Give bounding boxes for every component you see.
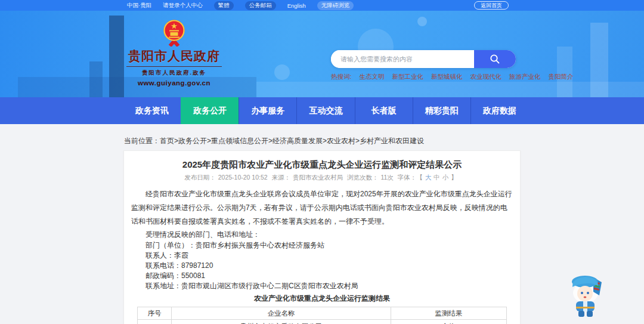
- contact-intro: 受理情况反映的部门、电话和地址：: [131, 229, 513, 240]
- nav-item-zwzx[interactable]: 政务资讯: [123, 97, 181, 124]
- banner-building-decoration: [109, 16, 124, 97]
- banner-building-decoration: [89, 61, 103, 97]
- hot-word-link[interactable]: 贵阳简介: [548, 73, 573, 81]
- breadcrumb: 当前位置：首页>政务公开>重点领域信息公开>经济高质量发展>农业农村>乡村产业和…: [124, 136, 424, 146]
- nav-item-lzb[interactable]: 长者版: [355, 97, 413, 124]
- nav-item-jcgy[interactable]: 精彩贵阳: [413, 97, 470, 124]
- table-row: 1 贵州合力超市采购有限公司 合格: [138, 320, 507, 324]
- top-utility-bar: 中国·贵阳 请登录个人中心 繁體 公务邮箱 English 无障碍浏览 返回首页: [0, 0, 644, 11]
- table-header-no: 序号: [138, 307, 172, 320]
- contact-postcode: 邮政编码：550081: [131, 271, 513, 281]
- font-size-large-button[interactable]: 大: [425, 174, 432, 181]
- font-size-label: 字体：【: [398, 174, 423, 181]
- nav-item-zfsj[interactable]: 政府数据: [470, 97, 528, 124]
- main-navigation: 政务资讯 政务公开 办事服务 互动交流 长者版 精彩贵阳 政府数据: [0, 97, 644, 124]
- search-icon: [490, 54, 500, 64]
- topbar-region-link[interactable]: 中国·贵阳: [127, 2, 151, 10]
- banner-bokeh-decoration: [274, 64, 290, 80]
- banner-bokeh-decoration: [417, 17, 427, 26]
- site-title-divider: [126, 66, 222, 67]
- hot-search-words: 热搜词: 生态文明 新型工业化 新型城镇化 农业现代化 旅游产业化 贵阳简介: [331, 73, 516, 81]
- banner-building-decoration: [590, 23, 608, 97]
- contact-phone: 联系电话：87987120: [131, 261, 513, 271]
- source-value: 贵阳市农业农村局: [293, 174, 343, 181]
- topbar-traditional-link[interactable]: 繁體: [214, 1, 234, 10]
- site-url: www.guiyang.gov.cn: [125, 79, 223, 87]
- article-meta: 发布日期：2025-10-20 10:52 来源：贵阳市农业农村局 浏览次数：1…: [131, 174, 513, 182]
- assistant-mascot-icon[interactable]: [567, 269, 606, 318]
- hot-word-link[interactable]: 新型城镇化: [431, 73, 463, 81]
- back-home-button[interactable]: 返回首页: [474, 1, 509, 10]
- banner-building-decoration: [557, 47, 572, 97]
- table-header-result: 监测结果: [391, 307, 507, 320]
- article-title: 2025年度贵阳市农业产业化市级重点龙头企业运行监测和评定结果公示: [131, 159, 513, 170]
- topbar-mail-link[interactable]: 公务邮箱: [245, 1, 276, 10]
- contact-person: 联系人：李霞: [131, 251, 513, 261]
- publish-date-label: 发布日期：: [184, 174, 216, 181]
- search-box: [331, 50, 516, 68]
- hot-words-label: 热搜词:: [331, 73, 351, 81]
- national-emblem-icon: [162, 18, 186, 47]
- topbar-accessibility-link[interactable]: 无障碍浏览: [317, 1, 354, 10]
- topbar-login-link[interactable]: 请登录个人中心: [163, 2, 203, 10]
- site-title: 贵阳市人民政府: [125, 48, 223, 64]
- nav-item-zwgk-active[interactable]: 政务公开: [181, 97, 239, 124]
- views-label: 浏览次数：: [347, 174, 379, 181]
- search-button[interactable]: [474, 50, 516, 68]
- table-header-name: 企业名称: [172, 307, 391, 320]
- breadcrumb-path[interactable]: 首页>政务公开>重点领域信息公开>经济高质量发展>农业农村>乡村产业和农田建设: [160, 137, 424, 145]
- page-body: 当前位置：首页>政务公开>重点领域信息公开>经济高质量发展>农业农村>乡村产业和…: [0, 124, 644, 324]
- search-input[interactable]: [331, 50, 474, 68]
- site-logo[interactable]: 贵阳市人民政府 贵阳市人民政府.政务 www.guiyang.gov.cn: [125, 18, 223, 87]
- font-size-medium-button[interactable]: 中: [434, 174, 440, 181]
- article-card: 2025年度贵阳市农业产业化市级重点龙头企业运行监测和评定结果公示 发布日期：2…: [123, 150, 521, 324]
- hot-word-link[interactable]: 农业现代化: [470, 73, 501, 81]
- font-size-small-button[interactable]: 小: [442, 174, 449, 181]
- table-caption: 农业产业化市级重点龙头企业运行监测结果: [131, 294, 513, 304]
- row-result: 合格: [391, 320, 507, 324]
- search-area: 热搜词: 生态文明 新型工业化 新型城镇化 农业现代化 旅游产业化 贵阳简介: [331, 50, 516, 81]
- breadcrumb-label: 当前位置：: [124, 137, 160, 145]
- nav-item-hdjl[interactable]: 互动交流: [296, 97, 354, 124]
- topbar-english-link[interactable]: English: [287, 2, 306, 9]
- publish-date: 2025-10-20 10:52: [218, 174, 268, 181]
- banner-skyline-decoration: [256, 82, 644, 97]
- contact-address: 联系地址：贵阳市观山湖区市级行政中心二期C区贵阳市农业农村局: [131, 281, 513, 291]
- hot-word-link[interactable]: 生态文明: [359, 73, 384, 81]
- views-value: 11次: [380, 174, 393, 181]
- contact-department: 部门（单位）：贵阳市乡村振兴服务中心农村经济服务站: [131, 240, 513, 251]
- source-label: 来源：: [272, 174, 291, 181]
- font-size-bracket: 】: [451, 174, 457, 181]
- monitoring-result-table: 序号 企业名称 监测结果 1 贵州合力超市采购有限公司 合格 2 贵州友禾种业有…: [137, 307, 507, 324]
- row-company: 贵州合力超市采购有限公司: [172, 320, 391, 324]
- site-subtitle: 贵阳市人民政府.政务: [125, 69, 223, 77]
- site-banner: 贵阳市人民政府 贵阳市人民政府.政务 www.guiyang.gov.cn 热搜…: [0, 11, 644, 97]
- table-header-row: 序号 企业名称 监测结果: [138, 307, 507, 320]
- row-no: 1: [138, 320, 172, 324]
- article-paragraph: 经贵阳市农业产业化市级重点龙头企业联席会议成员单位审定，现对2025年开展的农业…: [131, 187, 513, 229]
- article-body: 经贵阳市农业产业化市级重点龙头企业联席会议成员单位审定，现对2025年开展的农业…: [131, 187, 513, 324]
- nav-item-bsfw[interactable]: 办事服务: [239, 97, 296, 124]
- hot-word-link[interactable]: 旅游产业化: [509, 73, 541, 81]
- hot-word-link[interactable]: 新型工业化: [392, 73, 423, 81]
